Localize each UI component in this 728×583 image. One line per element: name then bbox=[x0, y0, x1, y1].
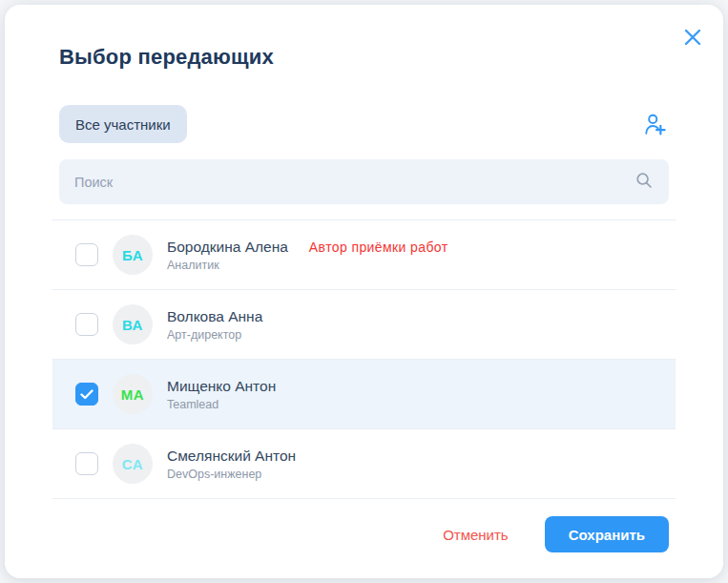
all-participants-chip[interactable]: Все участники bbox=[59, 105, 187, 143]
participant-role: DevOps-инженер bbox=[167, 468, 296, 481]
search-input[interactable] bbox=[74, 175, 634, 190]
participant-checkbox[interactable] bbox=[75, 243, 98, 266]
participant-row[interactable]: МА Мищенко Антон Teamlead bbox=[52, 359, 676, 428]
participant-name: Волкова Анна bbox=[167, 308, 262, 325]
avatar: МА bbox=[113, 374, 153, 414]
participant-info: Волкова Анна Арт-директор bbox=[167, 308, 262, 342]
chip-label: Все участники bbox=[75, 116, 171, 133]
avatar: ВА bbox=[113, 304, 153, 344]
cancel-button[interactable]: Отменить bbox=[443, 527, 509, 543]
participant-checkbox[interactable] bbox=[75, 452, 98, 475]
participant-role: Teamlead bbox=[167, 398, 276, 411]
avatar: БА bbox=[113, 235, 153, 275]
participant-name: Бородкина Алена bbox=[167, 239, 288, 256]
toolbar: Все участники bbox=[59, 105, 669, 143]
participant-info: Смелянский Антон DevOps-инженер bbox=[167, 448, 296, 481]
participant-name: Смелянский Антон bbox=[167, 448, 296, 465]
participant-checkbox[interactable] bbox=[75, 383, 98, 406]
participant-info: Бородкина Алена Автор приёмки работ Анал… bbox=[167, 239, 448, 272]
avatar-initials: МА bbox=[121, 386, 144, 403]
avatar: СА bbox=[113, 444, 153, 484]
participant-name: Мищенко Антон bbox=[167, 378, 276, 395]
search-bar bbox=[59, 159, 669, 204]
participant-role: Арт-директор bbox=[167, 328, 262, 342]
participant-row[interactable]: СА Смелянский Антон DevOps-инженер bbox=[52, 428, 676, 498]
dialog-footer: Отменить Сохранить bbox=[59, 516, 669, 552]
avatar-initials: БА bbox=[122, 247, 143, 263]
person-add-icon[interactable] bbox=[640, 110, 669, 138]
search-icon bbox=[634, 171, 654, 194]
participant-list: БА Бородкина Алена Автор приёмки работ А… bbox=[52, 219, 676, 499]
participant-role: Аналитик bbox=[167, 259, 448, 272]
select-transferers-dialog: Выбор передающих Все участники bbox=[5, 5, 723, 578]
participant-checkbox[interactable] bbox=[75, 313, 98, 336]
participant-info: Мищенко Антон Teamlead bbox=[167, 378, 276, 411]
avatar-initials: СА bbox=[122, 456, 143, 472]
participant-tag: Автор приёмки работ bbox=[309, 239, 448, 255]
save-button[interactable]: Сохранить bbox=[545, 516, 669, 552]
checkmark-icon bbox=[80, 389, 94, 400]
avatar-initials: ВА bbox=[122, 317, 143, 333]
participant-row[interactable]: ВА Волкова Анна Арт-директор bbox=[52, 289, 676, 359]
dialog-title: Выбор передающих bbox=[59, 45, 669, 70]
participant-row[interactable]: БА Бородкина Алена Автор приёмки работ А… bbox=[52, 219, 676, 289]
close-icon[interactable] bbox=[679, 24, 706, 51]
